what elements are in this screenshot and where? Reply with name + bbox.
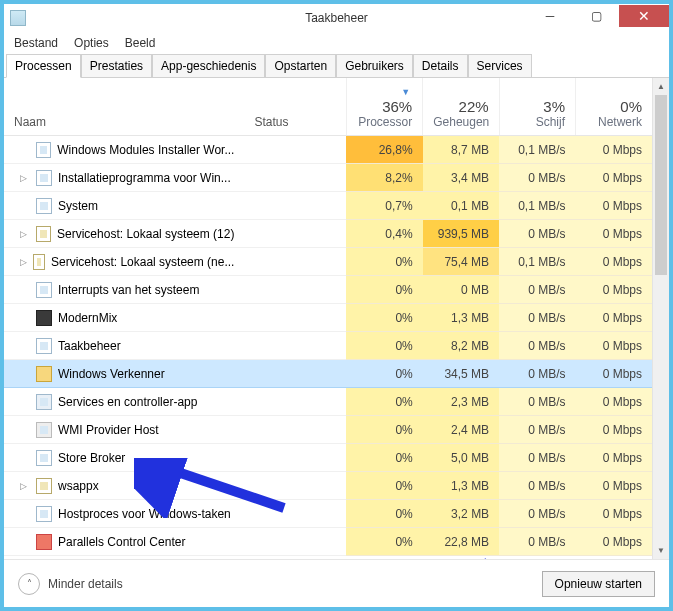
expand-icon[interactable]: ▷ bbox=[20, 229, 30, 239]
mem-cell: 8,2 MB bbox=[423, 332, 499, 360]
table-row[interactable]: ModernMix0%1,3 MB0 MB/s0 Mbps bbox=[4, 304, 652, 332]
process-icon bbox=[36, 310, 52, 326]
footer: ˄ Minder details Opnieuw starten bbox=[4, 559, 669, 607]
table-row[interactable]: Interrupts van het systeem0%0 MB0 MB/s0 … bbox=[4, 276, 652, 304]
process-name: System bbox=[58, 199, 98, 213]
status-cell bbox=[244, 192, 346, 220]
scroll-down-icon[interactable]: ▼ bbox=[653, 542, 669, 559]
process-name: ModernMix bbox=[58, 311, 117, 325]
tab-performance[interactable]: Prestaties bbox=[81, 54, 152, 78]
col-net[interactable]: 0%Netwerk bbox=[576, 78, 652, 136]
tab-details[interactable]: Details bbox=[413, 54, 468, 78]
net-cell: 0 Mbps bbox=[576, 388, 652, 416]
process-name: Servicehost: Lokaal systeem (12) bbox=[57, 227, 234, 241]
disk-cell: 0 MB/s bbox=[499, 220, 575, 248]
cpu-cell: 0% bbox=[346, 276, 422, 304]
tab-services[interactable]: Services bbox=[468, 54, 532, 78]
expand-icon[interactable]: ▷ bbox=[20, 481, 30, 491]
maximize-button[interactable]: ▢ bbox=[573, 5, 619, 27]
process-icon bbox=[36, 506, 52, 522]
col-mem[interactable]: 22%Geheugen bbox=[423, 78, 499, 136]
minimize-button[interactable]: ─ bbox=[527, 5, 573, 27]
menu-options[interactable]: Opties bbox=[70, 34, 113, 52]
status-cell bbox=[244, 136, 346, 164]
restart-button[interactable]: Opnieuw starten bbox=[542, 571, 655, 597]
mem-cell: 22,8 MB bbox=[423, 528, 499, 556]
cpu-cell: 26,8% bbox=[346, 136, 422, 164]
net-cell: 0 Mbps bbox=[576, 136, 652, 164]
menu-file[interactable]: Bestand bbox=[10, 34, 62, 52]
col-cpu[interactable]: ▼36%Processor bbox=[346, 78, 422, 136]
tabbar: Processen Prestaties App-geschiedenis Op… bbox=[4, 54, 669, 78]
status-cell bbox=[244, 220, 346, 248]
disk-cell: 0 MB/s bbox=[499, 276, 575, 304]
fewer-details-label: Minder details bbox=[48, 577, 123, 591]
table-row[interactable]: Parallels Control Center0%22,8 MB0 MB/s0… bbox=[4, 528, 652, 556]
table-row[interactable]: Taakbeheer0%8,2 MB0 MB/s0 Mbps bbox=[4, 332, 652, 360]
process-icon bbox=[36, 282, 52, 298]
tab-startup[interactable]: Opstarten bbox=[265, 54, 336, 78]
table-row[interactable]: Services en controller-app0%2,3 MB0 MB/s… bbox=[4, 388, 652, 416]
col-status[interactable]: Status bbox=[244, 78, 346, 136]
disk-cell: 0 MB/s bbox=[499, 164, 575, 192]
mem-cell: 2,4 MB bbox=[423, 416, 499, 444]
table-row[interactable]: ▷wsappx0%1,3 MB0 MB/s0 Mbps bbox=[4, 472, 652, 500]
disk-cell: 0 MB/s bbox=[499, 360, 575, 388]
cpu-cell: 0% bbox=[346, 528, 422, 556]
status-cell bbox=[244, 444, 346, 472]
process-grid: Naam Status ▼36%Processor 22%Geheugen 3%… bbox=[4, 78, 652, 559]
mem-cell: 5,0 MB bbox=[423, 444, 499, 472]
disk-cell: 0,1 MB/s bbox=[499, 192, 575, 220]
expand-icon[interactable]: ▷ bbox=[20, 173, 30, 183]
cpu-cell: 0% bbox=[346, 360, 422, 388]
process-icon bbox=[33, 254, 45, 270]
process-name: Interrupts van het systeem bbox=[58, 283, 199, 297]
status-cell bbox=[244, 304, 346, 332]
process-icon bbox=[36, 142, 52, 158]
close-button[interactable]: ✕ bbox=[619, 5, 669, 27]
chevron-up-icon: ˄ bbox=[18, 573, 40, 595]
mem-cell: 34,5 MB bbox=[423, 360, 499, 388]
mem-cell: 0 MB bbox=[423, 276, 499, 304]
table-row[interactable]: Hostproces voor Windows-taken0%3,2 MB0 M… bbox=[4, 500, 652, 528]
table-row[interactable]: WMI Provider Host0%2,4 MB0 MB/s0 Mbps bbox=[4, 416, 652, 444]
scroll-thumb[interactable] bbox=[655, 95, 667, 275]
process-name: Services en controller-app bbox=[58, 395, 197, 409]
disk-cell: 0 MB/s bbox=[499, 416, 575, 444]
table-row[interactable]: System0,7%0,1 MB0,1 MB/s0 Mbps bbox=[4, 192, 652, 220]
process-icon bbox=[36, 338, 52, 354]
net-cell: 0 Mbps bbox=[576, 276, 652, 304]
process-name: Hostproces voor Windows-taken bbox=[58, 507, 231, 521]
table-row[interactable]: ▷Servicehost: Lokaal systeem (ne...0%75,… bbox=[4, 248, 652, 276]
disk-cell: 0 MB/s bbox=[499, 472, 575, 500]
process-icon bbox=[36, 394, 52, 410]
tab-users[interactable]: Gebruikers bbox=[336, 54, 413, 78]
mem-cell: 0,1 MB bbox=[423, 192, 499, 220]
cpu-cell: 0% bbox=[346, 304, 422, 332]
table-row[interactable]: ▷Installatieprogramma voor Win...8,2%3,4… bbox=[4, 164, 652, 192]
net-cell: 0 Mbps bbox=[576, 528, 652, 556]
tab-apphistory[interactable]: App-geschiedenis bbox=[152, 54, 265, 78]
menu-view[interactable]: Beeld bbox=[121, 34, 160, 52]
table-row[interactable]: Windows Verkenner0%34,5 MB0 MB/s0 Mbps bbox=[4, 360, 652, 388]
cpu-cell: 0% bbox=[346, 388, 422, 416]
net-cell: 0 Mbps bbox=[576, 472, 652, 500]
scroll-up-icon[interactable]: ▲ bbox=[653, 78, 669, 95]
table-row[interactable]: Store Broker0%5,0 MB0 MB/s0 Mbps bbox=[4, 444, 652, 472]
app-icon bbox=[10, 10, 26, 26]
vertical-scrollbar[interactable]: ▲ ▼ bbox=[652, 78, 669, 559]
fewer-details-button[interactable]: ˄ Minder details bbox=[18, 573, 123, 595]
net-cell: 0 Mbps bbox=[576, 332, 652, 360]
net-cell: 0 Mbps bbox=[576, 444, 652, 472]
col-disk[interactable]: 3%Schijf bbox=[499, 78, 575, 136]
disk-cell: 0 MB/s bbox=[499, 500, 575, 528]
tab-processes[interactable]: Processen bbox=[6, 54, 81, 78]
mem-cell: 3,2 MB bbox=[423, 500, 499, 528]
process-icon bbox=[36, 226, 51, 242]
status-cell bbox=[244, 164, 346, 192]
expand-icon[interactable]: ▷ bbox=[20, 257, 27, 267]
table-row[interactable]: ▷Servicehost: Lokaal systeem (12)0,4%939… bbox=[4, 220, 652, 248]
table-row[interactable]: Windows Modules Installer Wor...26,8%8,7… bbox=[4, 136, 652, 164]
col-name[interactable]: Naam bbox=[4, 78, 244, 136]
net-cell: 0 Mbps bbox=[576, 220, 652, 248]
